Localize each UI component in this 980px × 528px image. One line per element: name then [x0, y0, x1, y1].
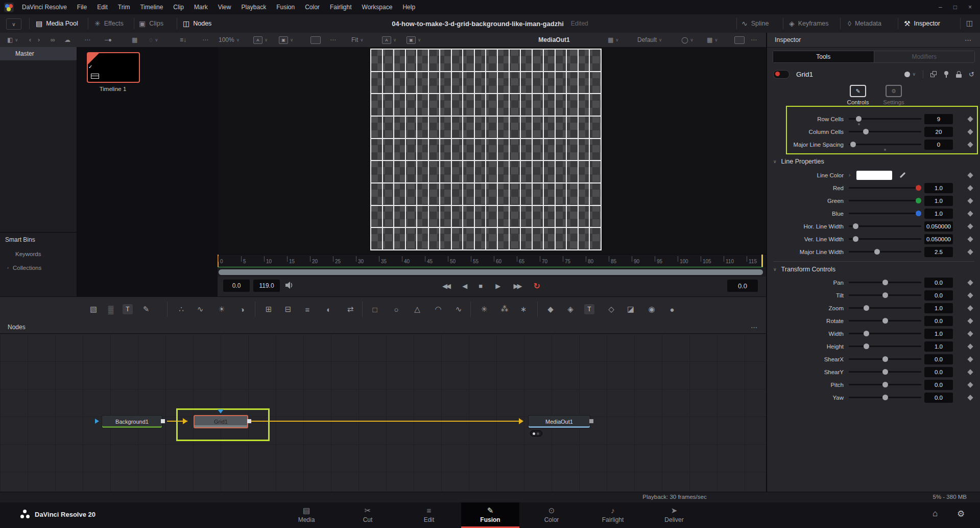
slider-handle[interactable]	[856, 116, 862, 122]
page-tab-cut[interactable]: ✂Cut	[339, 502, 397, 526]
search-button[interactable]: ◌∨	[149, 33, 158, 47]
parameter-value-field[interactable]: 1.0	[924, 183, 953, 193]
forward-button[interactable]: ›	[38, 33, 40, 47]
keyframe-diamond-icon[interactable]	[967, 185, 973, 191]
parameter-value-field[interactable]: 1.0	[924, 329, 953, 339]
hue-curves-icon[interactable]: ◑	[236, 303, 248, 315]
shape-3d-icon[interactable]: ◈	[564, 303, 577, 315]
menu-item-workspace[interactable]: Workspace	[357, 0, 398, 14]
color-corrector-icon[interactable]: ∴	[175, 303, 187, 315]
menu-item-mark[interactable]: Mark	[189, 0, 213, 14]
slider-handle[interactable]	[882, 395, 888, 400]
node-background1[interactable]: Background1	[102, 415, 162, 428]
parameter-slider[interactable]	[849, 314, 921, 327]
slider-handle[interactable]	[916, 185, 921, 191]
keyframe-diamond-icon[interactable]	[967, 318, 973, 324]
menu-item-help[interactable]: Help	[397, 0, 420, 14]
play-button[interactable]: ▶	[495, 282, 500, 290]
toolbar-button-media-pool[interactable]: ▤Media Pool	[36, 14, 78, 33]
particle-sprite-icon[interactable]: ∗	[517, 303, 530, 315]
keyframe-diamond-icon[interactable]	[967, 331, 973, 336]
mediaout1-output-connector[interactable]	[589, 419, 593, 423]
text-3d-icon[interactable]: T	[584, 304, 594, 314]
parameter-value-field[interactable]: 0.0	[924, 316, 953, 326]
nodes-panel-more-button[interactable]: ⋯	[751, 324, 758, 331]
parameter-slider[interactable]	[849, 125, 921, 138]
keyframe-diamond-icon[interactable]	[967, 343, 973, 349]
go-to-start-button[interactable]: ◀◀	[442, 282, 449, 290]
eyedropper-icon[interactable]	[898, 171, 906, 179]
parameter-slider[interactable]	[849, 207, 921, 220]
slider-handle[interactable]	[916, 198, 921, 203]
parameter-slider[interactable]	[849, 220, 921, 233]
menu-item-davinci-resolve[interactable]: DaVinci Resolve	[17, 0, 72, 14]
keyframe-diamond-icon[interactable]	[967, 129, 973, 134]
bspline-mask-icon[interactable]: ◠	[432, 303, 444, 315]
slider-handle[interactable]	[853, 236, 858, 242]
toolbar-button-spline[interactable]: ∿Spline	[742, 14, 769, 33]
grid1-output-connector[interactable]	[247, 419, 251, 423]
slider-handle[interactable]	[882, 280, 888, 285]
keyframe-diamond-icon[interactable]	[967, 211, 973, 216]
subtab-settings[interactable]: ⚙ Settings	[876, 85, 912, 105]
cloud-button[interactable]: ☁	[64, 33, 70, 47]
slider-handle[interactable]	[882, 369, 888, 375]
tab-modifiers[interactable]: Modifiers	[874, 51, 975, 62]
toolbar-button-clips[interactable]: ▣Clips	[139, 14, 163, 33]
page-tab-color[interactable]: ⊙Color	[522, 502, 581, 526]
keyframe-diamond-icon[interactable]	[967, 172, 973, 178]
viewer-options-more[interactable]: ⋯	[751, 33, 758, 47]
viewer-channel-a-select[interactable]: A∨	[253, 33, 268, 47]
list-more-button[interactable]: ⋯	[202, 33, 208, 47]
viewer-color-select[interactable]: ◯∨	[681, 33, 694, 47]
copy-icon[interactable]	[930, 71, 937, 77]
toolbar-button-metadata[interactable]: ◊Metadata	[848, 14, 881, 33]
parameter-slider[interactable]	[849, 378, 921, 391]
parameter-slider[interactable]	[849, 327, 921, 340]
lock-icon[interactable]	[956, 71, 962, 78]
timeline-thumbnail[interactable]: ✓	[87, 52, 140, 83]
menu-item-timeline[interactable]: Timeline	[135, 0, 168, 14]
menu-item-clip[interactable]: Clip	[168, 0, 189, 14]
toolbar-button-nodes[interactable]: ◫Nodes	[183, 14, 211, 33]
spot-light-3d-icon[interactable]: ◉	[646, 303, 658, 315]
slider-handle[interactable]	[864, 343, 869, 349]
stop-button[interactable]: ■	[479, 282, 483, 290]
parameter-slider[interactable]	[849, 289, 921, 302]
slider-handle[interactable]	[882, 292, 888, 298]
viewer-fit-select[interactable]: Fit∨	[351, 33, 364, 47]
sort-button[interactable]: ≡↓	[180, 33, 186, 47]
parameter-value-field[interactable]: 0.0	[924, 290, 953, 301]
camera-3d-icon[interactable]: ◪	[625, 303, 637, 315]
parameter-value-field[interactable]: 1.0	[924, 196, 953, 206]
parameter-slider[interactable]	[849, 276, 921, 289]
slider-handle[interactable]	[864, 305, 869, 311]
background-icon[interactable]: ▧	[87, 303, 100, 315]
viewer-more-button[interactable]: ⋯	[330, 33, 337, 47]
minimize-icon[interactable]: –	[939, 4, 942, 11]
keyframe-diamond-icon[interactable]	[967, 292, 973, 298]
keyframe-diamond-icon[interactable]	[967, 142, 973, 147]
merge-3d-icon[interactable]: ◇	[605, 303, 617, 315]
viewer2-buffer-select[interactable]: ▣∨	[407, 33, 421, 47]
ellipse-mask-icon[interactable]: ○	[390, 303, 402, 315]
parameter-slider[interactable]	[849, 245, 921, 258]
polygon-mask-icon[interactable]: △	[411, 303, 423, 315]
viewer-region-button[interactable]	[310, 33, 321, 47]
node-mediaout1[interactable]: MediaOut1	[528, 415, 590, 428]
particle-render-icon[interactable]: ⁂	[498, 303, 511, 315]
parameter-slider[interactable]	[849, 353, 921, 365]
line-color-swatch[interactable]	[856, 171, 892, 180]
keyframe-diamond-icon[interactable]	[967, 382, 973, 387]
menu-item-fusion[interactable]: Fusion	[271, 0, 300, 14]
toolbar-button-keyframes[interactable]: ◈Keyframes	[789, 14, 829, 33]
sidebar-item-collections[interactable]: › Collections	[7, 265, 41, 271]
parameter-value-field[interactable]: 2.5	[924, 247, 953, 257]
parameter-value-field[interactable]: 0.0	[924, 380, 953, 390]
parameter-value-field[interactable]: 0.0	[924, 393, 953, 403]
merge-icon[interactable]: ⊞	[262, 303, 275, 315]
parameter-value-field[interactable]: 0	[924, 140, 953, 150]
parameter-value-field[interactable]: 0.0	[924, 367, 953, 377]
tab-tools[interactable]: Tools	[773, 51, 874, 62]
keyframe-diamond-icon[interactable]	[967, 116, 973, 122]
